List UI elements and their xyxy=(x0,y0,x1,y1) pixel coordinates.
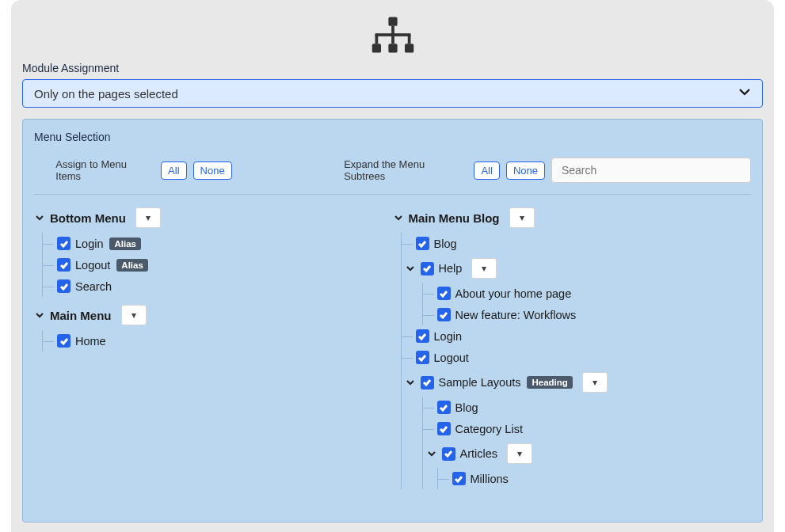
expand-label: Expand the Menu Subtrees xyxy=(344,158,464,182)
tree-item-help-about[interactable]: About your home page xyxy=(423,283,752,304)
menu-selection-title: Menu Selection xyxy=(34,131,751,143)
item-label: Category List xyxy=(455,423,523,435)
item-label: Logout xyxy=(75,259,110,272)
checkbox[interactable] xyxy=(442,447,455,461)
tree-column-left: Bottom Menu ▾ Login Alias Logout Alias xyxy=(34,203,393,492)
item-label: About your home page xyxy=(455,287,572,300)
module-assignment-label: Module Assignment xyxy=(11,62,774,79)
group-bottom-menu: Bottom Menu ▾ Login Alias Logout Alias xyxy=(34,203,393,297)
tree-item-sl-millions[interactable]: Millions xyxy=(438,468,752,489)
chevron-down-icon[interactable] xyxy=(405,263,416,274)
chevron-down-icon xyxy=(738,86,751,102)
menu-selection-panel: Menu Selection Assign to Menu Items All … xyxy=(22,119,763,522)
assign-label: Assign to Menu Items xyxy=(55,158,151,182)
alias-badge: Alias xyxy=(116,259,148,272)
checkbox[interactable] xyxy=(57,258,70,272)
expand-none-button[interactable]: None xyxy=(506,162,545,180)
module-assignment-value: Only on the pages selected xyxy=(34,87,178,101)
item-label: Sample Layouts xyxy=(439,376,521,389)
checkbox[interactable] xyxy=(437,401,451,414)
item-label: Login xyxy=(75,238,103,250)
group-dropdown-button[interactable]: ▾ xyxy=(121,305,147,325)
item-label: Help xyxy=(439,262,463,275)
tree-columns: Bottom Menu ▾ Login Alias Logout Alias xyxy=(34,203,751,492)
tree-item-help[interactable]: Help ▾ xyxy=(402,254,752,283)
item-dropdown-button[interactable]: ▾ xyxy=(582,372,608,393)
item-label: Login xyxy=(434,330,462,343)
checkbox[interactable] xyxy=(437,422,451,435)
tree-item-sl-articles[interactable]: Articles ▾ xyxy=(423,439,752,468)
svg-rect-3 xyxy=(405,44,413,52)
checkbox[interactable] xyxy=(421,376,434,390)
group-title: Bottom Menu xyxy=(50,211,126,225)
assign-all-button[interactable]: All xyxy=(161,162,186,180)
group-dropdown-button[interactable]: ▾ xyxy=(509,207,535,228)
checkbox[interactable] xyxy=(416,329,429,343)
group-title: Main Menu xyxy=(50,309,112,322)
tree-item-search[interactable]: Search xyxy=(43,276,393,297)
item-label: Blog xyxy=(455,401,478,414)
item-label: Search xyxy=(75,280,112,293)
tree-item-help-workflows[interactable]: New feature: Workflows xyxy=(423,304,752,325)
chevron-down-icon[interactable] xyxy=(393,212,404,223)
item-label: Home xyxy=(75,335,106,348)
tree-item-sample-layouts[interactable]: Sample Layouts Heading ▾ xyxy=(402,368,752,397)
chevron-down-icon[interactable] xyxy=(34,310,45,321)
tree-item-sl-category[interactable]: Category List xyxy=(423,418,752,439)
expand-all-button[interactable]: All xyxy=(474,162,499,180)
group-main-menu-blog: Main Menu Blog ▾ Blog Help ▾ xyxy=(393,203,752,489)
group-title: Main Menu Blog xyxy=(409,211,500,225)
checkbox[interactable] xyxy=(57,279,70,293)
tree-item-sl-blog[interactable]: Blog xyxy=(423,397,752,418)
item-label: Articles xyxy=(460,447,498,460)
item-label: Blog xyxy=(434,238,457,250)
module-assignment-select[interactable]: Only on the pages selected xyxy=(22,79,763,108)
item-label: Logout xyxy=(434,352,469,364)
item-dropdown-button[interactable]: ▾ xyxy=(507,443,532,464)
checkbox[interactable] xyxy=(421,262,434,276)
item-dropdown-button[interactable]: ▾ xyxy=(471,258,497,279)
module-assignment-panel: Module Assignment Only on the pages sele… xyxy=(11,0,774,532)
checkbox[interactable] xyxy=(452,472,466,485)
tree-item-logout[interactable]: Logout Alias xyxy=(43,254,393,276)
controls-row: Assign to Menu Items All None Expand the… xyxy=(34,158,751,195)
tree-column-right: Main Menu Blog ▾ Blog Help ▾ xyxy=(393,203,752,492)
svg-rect-7 xyxy=(391,35,394,44)
group-main-menu: Main Menu ▾ Home xyxy=(34,300,393,352)
sitemap-icon xyxy=(11,0,774,62)
svg-rect-6 xyxy=(375,35,378,44)
group-dropdown-button[interactable]: ▾ xyxy=(135,207,161,228)
item-label: Millions xyxy=(471,473,509,485)
search-input[interactable] xyxy=(551,158,751,183)
checkbox[interactable] xyxy=(57,237,70,250)
svg-rect-1 xyxy=(372,44,380,52)
svg-rect-2 xyxy=(388,44,397,52)
alias-badge: Alias xyxy=(109,238,141,250)
checkbox[interactable] xyxy=(437,287,451,300)
tree-item-home[interactable]: Home xyxy=(43,330,393,352)
checkbox[interactable] xyxy=(416,237,429,250)
tree-item-login[interactable]: Login xyxy=(402,325,752,347)
chevron-down-icon[interactable] xyxy=(34,212,45,223)
tree-item-login[interactable]: Login Alias xyxy=(43,233,393,254)
heading-badge: Heading xyxy=(527,376,572,389)
svg-rect-0 xyxy=(388,17,397,26)
item-label: New feature: Workflows xyxy=(455,309,577,321)
chevron-down-icon[interactable] xyxy=(405,377,416,388)
tree-item-blog[interactable]: Blog xyxy=(402,233,752,254)
checkbox[interactable] xyxy=(57,334,70,348)
assign-none-button[interactable]: None xyxy=(193,162,232,180)
checkbox[interactable] xyxy=(437,308,451,321)
chevron-down-icon[interactable] xyxy=(426,448,437,459)
svg-rect-8 xyxy=(407,35,410,44)
tree-item-logout[interactable]: Logout xyxy=(402,347,752,368)
checkbox[interactable] xyxy=(416,351,429,364)
